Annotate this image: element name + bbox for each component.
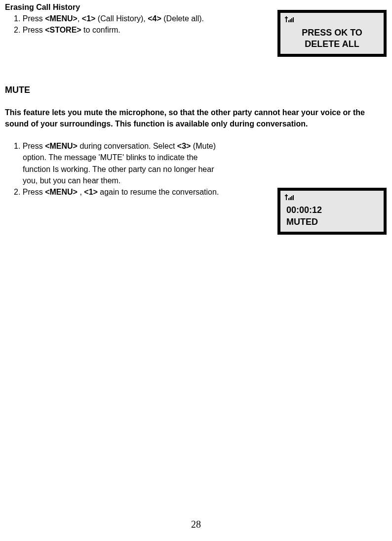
text: during conversation. Select [78, 142, 177, 150]
text: you, but you can hear them. [14, 175, 290, 186]
screen-line-2: MUTED [286, 216, 380, 228]
key-store: <STORE> [45, 26, 81, 34]
svg-rect-4 [291, 18, 292, 22]
svg-rect-11 [293, 195, 294, 200]
text: 2. Press [14, 26, 45, 34]
mute-heading: MUTE [5, 85, 387, 95]
text: (Call History), [95, 14, 148, 23]
text: again to resume the conversation. [98, 188, 219, 196]
key-1: <1> [84, 188, 98, 196]
phone-screen-delete: PRESS OK TO DELETE ALL [277, 10, 387, 57]
text: , [78, 188, 84, 196]
mute-section: MUTE This feature lets you mute the micr… [5, 85, 387, 198]
text: 2. Press [14, 188, 45, 196]
screen-line-1: 00:00:12 [286, 205, 380, 216]
svg-rect-5 [293, 17, 294, 22]
text: (Delete all). [161, 14, 204, 23]
text: option. The message 'MUTE' blinks to ind… [14, 152, 290, 163]
mute-step-1: 1. Press <MENU> during conversation. Sel… [14, 140, 290, 186]
signal-icon [284, 194, 295, 201]
svg-rect-8 [288, 198, 289, 200]
key-4: <4> [148, 14, 161, 23]
svg-rect-10 [291, 196, 292, 200]
screen-text: PRESS OK TO DELETE ALL [284, 25, 380, 52]
mute-step-2: 2. Press <MENU> , <1> again to resume th… [14, 186, 290, 198]
svg-rect-3 [290, 19, 291, 22]
key-3: <3> [177, 142, 191, 150]
svg-rect-2 [288, 20, 289, 22]
screen-text: 00:00:12 MUTED [284, 203, 380, 230]
text: to confirm. [81, 26, 120, 34]
screen-line-1: PRESS OK TO [284, 27, 380, 39]
key-menu: <MENU> [45, 142, 78, 150]
page-number: 28 [0, 519, 392, 530]
mute-description: This feature lets you mute the microphon… [5, 107, 380, 129]
svg-rect-9 [290, 197, 291, 200]
text: function Is working. The other party can… [14, 164, 290, 175]
text: 1. Press [14, 14, 45, 23]
screen-line-2: DELETE ALL [284, 39, 380, 50]
key-menu: <MENU> [45, 188, 78, 196]
signal-icon [284, 16, 295, 23]
text: , [78, 14, 82, 23]
phone-screen-muted: 00:00:12 MUTED [277, 188, 387, 235]
text: (Mute) [191, 142, 216, 150]
key-menu: <MENU> [45, 14, 78, 23]
text: 1. Press [14, 142, 45, 150]
key-1: <1> [82, 14, 96, 23]
